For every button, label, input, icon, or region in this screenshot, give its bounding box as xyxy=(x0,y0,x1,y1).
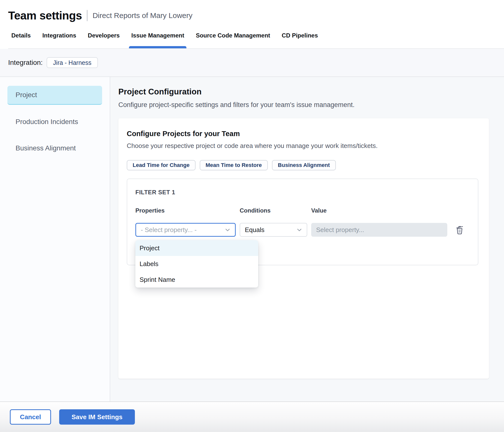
condition-select-value: Equals xyxy=(245,226,265,234)
tab-source-code-management[interactable]: Source Code Management xyxy=(196,23,270,48)
integration-chip[interactable]: Jira - Harness xyxy=(47,57,98,68)
dropdown-option-project[interactable]: Project xyxy=(135,240,258,256)
settings-sidebar: Project Production Incidents Business Al… xyxy=(0,77,110,401)
title-separator xyxy=(87,10,88,21)
condition-select[interactable]: Equals xyxy=(240,223,307,237)
tab-integrations[interactable]: Integrations xyxy=(42,23,76,48)
property-dropdown-menu: Project Labels Sprint Name xyxy=(135,240,258,288)
sidebar-item-project[interactable]: Project xyxy=(7,86,102,105)
value-input-placeholder: Select property... xyxy=(316,226,364,234)
page-title: Team settings xyxy=(8,9,82,22)
filter-column-headers: Properties Conditions Value xyxy=(135,207,470,214)
integration-bar: Integration: Jira - Harness xyxy=(0,49,504,77)
team-settings-page: Team settings Direct Reports of Mary Low… xyxy=(0,0,504,432)
filter-set-title: FILTER SET 1 xyxy=(135,189,470,196)
footer-action-bar: Cancel Save IM Settings xyxy=(0,401,504,432)
property-select-placeholder: - Select property... - xyxy=(141,226,197,234)
main-panel: Project Configuration Configure project-… xyxy=(110,77,504,401)
header-title-row: Team settings Direct Reports of Mary Low… xyxy=(8,9,504,22)
content-area: Project Production Incidents Business Al… xyxy=(0,77,504,401)
property-select[interactable]: - Select property... - xyxy=(135,223,236,237)
column-header-value: Value xyxy=(311,207,447,214)
column-header-properties: Properties xyxy=(135,207,236,214)
tab-developers[interactable]: Developers xyxy=(88,23,120,48)
chevron-down-icon xyxy=(224,226,231,233)
section-subtitle: Configure project-specific settings and … xyxy=(118,101,489,109)
card-title: Configure Projects for your Team xyxy=(127,130,480,138)
card-subtitle: Choose your respective project or code a… xyxy=(127,142,480,150)
pill-lead-time-for-change[interactable]: Lead Time for Change xyxy=(127,160,196,170)
metric-pill-row: Lead Time for Change Mean Time to Restor… xyxy=(127,160,480,170)
pill-business-alignment[interactable]: Business Alignment xyxy=(272,160,336,170)
configure-projects-card: Configure Projects for your Team Choose … xyxy=(118,118,489,379)
dropdown-option-labels[interactable]: Labels xyxy=(135,256,258,272)
pill-mean-time-to-restore[interactable]: Mean Time to Restore xyxy=(200,160,268,170)
section-title: Project Configuration xyxy=(118,87,489,96)
filter-row: - Select property... - Equals Select pro… xyxy=(135,223,470,237)
tab-cd-pipelines[interactable]: CD Pipelines xyxy=(282,23,318,48)
tab-details[interactable]: Details xyxy=(11,23,31,48)
team-name-subtitle: Direct Reports of Mary Lowery xyxy=(92,11,192,20)
sidebar-item-production-incidents[interactable]: Production Incidents xyxy=(7,112,102,131)
trash-icon xyxy=(455,225,465,235)
save-im-settings-button[interactable]: Save IM Settings xyxy=(59,409,135,425)
cancel-button[interactable]: Cancel xyxy=(10,409,51,425)
column-header-conditions: Conditions xyxy=(240,207,307,214)
value-input[interactable]: Select property... xyxy=(311,223,447,237)
sidebar-item-business-alignment[interactable]: Business Alignment xyxy=(7,139,102,158)
page-header: Team settings Direct Reports of Mary Low… xyxy=(0,0,504,49)
filter-set-1: FILTER SET 1 Properties Conditions Value… xyxy=(127,179,478,265)
dropdown-option-sprint-name[interactable]: Sprint Name xyxy=(135,272,258,288)
settings-tab-bar: Details Integrations Developers Issue Ma… xyxy=(8,23,504,49)
chevron-down-icon xyxy=(296,226,303,233)
integration-label: Integration: xyxy=(8,59,43,67)
delete-filter-button[interactable] xyxy=(453,223,466,236)
tab-issue-management[interactable]: Issue Management xyxy=(131,23,184,48)
